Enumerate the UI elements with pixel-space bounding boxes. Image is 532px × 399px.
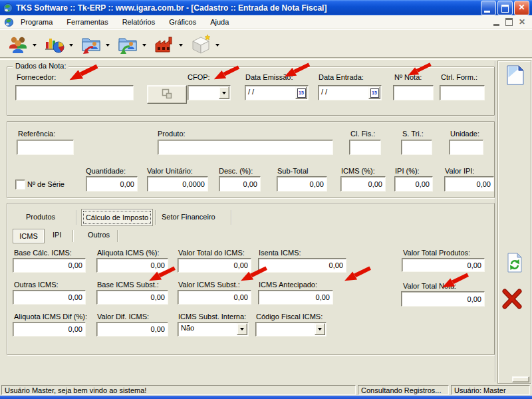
minimize-button[interactable] bbox=[481, 1, 496, 15]
valor-icms-subst-input[interactable] bbox=[178, 290, 251, 305]
charts-dropdown-arrow-icon[interactable] bbox=[69, 44, 73, 47]
unidade-input[interactable] bbox=[449, 140, 483, 155]
valor-total-produtos-input[interactable] bbox=[402, 258, 485, 272]
status-user-panel: Usuário: Master bbox=[451, 385, 530, 395]
mdi-restore-button[interactable] bbox=[505, 18, 513, 26]
tab-produtos[interactable]: Produtos bbox=[26, 213, 55, 221]
base-calc-icms-input[interactable] bbox=[13, 258, 86, 273]
dados-da-nota-title: Dados da Nota: bbox=[13, 62, 68, 70]
status-activity-panel: Consultando Registros... bbox=[358, 385, 449, 395]
icms-antecipado-label: ICMS Antecipado: bbox=[259, 281, 317, 289]
mdi-close-button[interactable]: ✕ bbox=[519, 18, 525, 26]
codigo-fiscal-icms-dropdown-button[interactable] bbox=[315, 323, 325, 335]
icms-antecipado-input[interactable] bbox=[258, 290, 333, 305]
data-entrada-calendar-button[interactable]: 15 bbox=[368, 86, 380, 99]
charts-toolbar-button[interactable] bbox=[42, 33, 67, 58]
ipi-pct-input[interactable] bbox=[394, 176, 433, 192]
produto-input[interactable] bbox=[158, 140, 333, 155]
folder-export-toolbar-button[interactable] bbox=[78, 33, 104, 58]
charts-icon bbox=[44, 34, 65, 57]
cl-fis-input[interactable] bbox=[349, 140, 381, 155]
ctrl-form-input[interactable] bbox=[440, 85, 485, 100]
vertical-separator bbox=[495, 61, 495, 382]
minimize-icon bbox=[484, 11, 490, 13]
num-serie-checkbox[interactable] bbox=[15, 180, 25, 190]
aliquota-icms-label: Aliquota ICMS (%): bbox=[97, 249, 160, 257]
subtab-outros[interactable]: Outros bbox=[88, 231, 110, 239]
referencia-label: Referência: bbox=[18, 130, 55, 138]
close-button[interactable]: ✕ bbox=[514, 1, 529, 15]
desc-input[interactable] bbox=[219, 176, 261, 192]
data-emissao-value: / / bbox=[248, 88, 254, 96]
s-tri-label: S. Tri.: bbox=[402, 130, 424, 138]
cl-fis-label: Cl. Fis.: bbox=[350, 130, 375, 138]
users-toolbar-button[interactable] bbox=[5, 33, 31, 58]
valor-ipi-input[interactable] bbox=[444, 176, 494, 192]
icms-subst-interna-dropdown-button[interactable] bbox=[237, 323, 247, 335]
menu-graficos[interactable]: Gráficos bbox=[168, 17, 198, 27]
title-bar: TKS Software :: Tk-ERP :: www.igara.com.… bbox=[0, 0, 532, 15]
codigo-fiscal-icms-label: Código Fiscal ICMS: bbox=[256, 313, 323, 321]
data-entrada-input[interactable]: / / 15 bbox=[318, 85, 382, 100]
side-action-panel bbox=[497, 61, 531, 384]
codigo-fiscal-icms-combobox[interactable] bbox=[255, 322, 327, 336]
valor-dif-icms-label: Valor Dif. ICMS: bbox=[97, 313, 149, 321]
tab-setor-financeiro[interactable]: Setor Financeiro bbox=[162, 213, 215, 221]
users-dropdown-arrow-icon[interactable] bbox=[33, 44, 37, 47]
numero-nota-input[interactable] bbox=[393, 85, 434, 100]
folder-export-dropdown-arrow-icon[interactable] bbox=[106, 44, 110, 47]
window-bottom-border bbox=[0, 396, 532, 399]
num-serie-label: Nº de Série bbox=[27, 180, 65, 188]
cancel-button[interactable] bbox=[501, 287, 523, 311]
cfop-dropdown-button[interactable] bbox=[219, 86, 229, 99]
icms-pct-input[interactable] bbox=[340, 176, 386, 192]
folder-import-dropdown-arrow-icon[interactable] bbox=[142, 44, 146, 47]
quantidade-input[interactable] bbox=[86, 176, 138, 192]
aliquota-icms-dif-input[interactable] bbox=[13, 322, 86, 336]
base-icms-subst-input[interactable] bbox=[96, 290, 168, 305]
valor-total-icms-input[interactable] bbox=[178, 258, 251, 273]
referencia-input[interactable] bbox=[17, 140, 74, 155]
data-emissao-label: Data Emissão: bbox=[245, 73, 293, 81]
menu-ferramentas[interactable]: Ferramentas bbox=[65, 17, 109, 27]
new-record-button[interactable] bbox=[506, 65, 525, 86]
valor-unitario-label: Valor Unitário: bbox=[147, 167, 193, 175]
icms-subst-interna-combobox[interactable]: Não bbox=[178, 322, 249, 336]
s-tri-input[interactable] bbox=[401, 140, 432, 155]
valor-total-icms-label: Valor Total do ICMS: bbox=[178, 249, 245, 257]
aliquota-icms-input[interactable] bbox=[96, 258, 168, 273]
valor-icms-subst-label: Valor ICMS Subst.: bbox=[178, 281, 240, 289]
outras-icms-input[interactable] bbox=[13, 290, 86, 305]
cube-dropdown-arrow-icon[interactable] bbox=[215, 44, 219, 47]
factory-icon bbox=[154, 34, 175, 57]
menu-relatorios[interactable]: Relatórios bbox=[121, 17, 157, 27]
valor-total-nota-input[interactable] bbox=[401, 291, 485, 307]
data-emissao-input[interactable]: / / 15 bbox=[245, 85, 309, 100]
menu-ajuda[interactable]: Ajuda bbox=[209, 17, 230, 27]
subtab-ipi[interactable]: IPI bbox=[53, 231, 61, 239]
mdi-minimize-button[interactable] bbox=[493, 24, 499, 26]
data-emissao-calendar-button[interactable]: 15 bbox=[295, 86, 307, 99]
red-x-icon bbox=[501, 287, 523, 311]
subtab-icms[interactable]: ICMS bbox=[13, 229, 45, 243]
tab-calculo-de-imposto[interactable]: Cálculo de Imposto bbox=[81, 209, 153, 226]
menu-programa[interactable]: Programa bbox=[19, 17, 54, 27]
cfop-label: CFOP: bbox=[188, 73, 210, 81]
fornecedor-lookup-button[interactable] bbox=[147, 85, 187, 104]
restore-button[interactable] bbox=[497, 1, 513, 15]
isenta-icms-input[interactable] bbox=[258, 258, 346, 273]
data-entrada-value: / / bbox=[321, 88, 327, 96]
fornecedor-input[interactable] bbox=[15, 85, 134, 100]
valor-dif-icms-input[interactable] bbox=[96, 322, 168, 336]
cfop-combobox[interactable] bbox=[188, 85, 231, 100]
data-entrada-label: Data Entrada: bbox=[319, 73, 364, 81]
sub-total-input[interactable] bbox=[277, 176, 327, 192]
folder-import-toolbar-button[interactable] bbox=[115, 33, 140, 58]
valor-unitario-input[interactable] bbox=[147, 176, 208, 192]
factory-dropdown-arrow-icon[interactable] bbox=[179, 44, 183, 47]
numero-nota-label: Nº Nota: bbox=[394, 73, 422, 81]
new-document-icon bbox=[507, 65, 524, 86]
factory-toolbar-button[interactable] bbox=[152, 33, 177, 58]
cube-toolbar-button[interactable] bbox=[188, 33, 213, 58]
refresh-button[interactable] bbox=[505, 253, 524, 274]
